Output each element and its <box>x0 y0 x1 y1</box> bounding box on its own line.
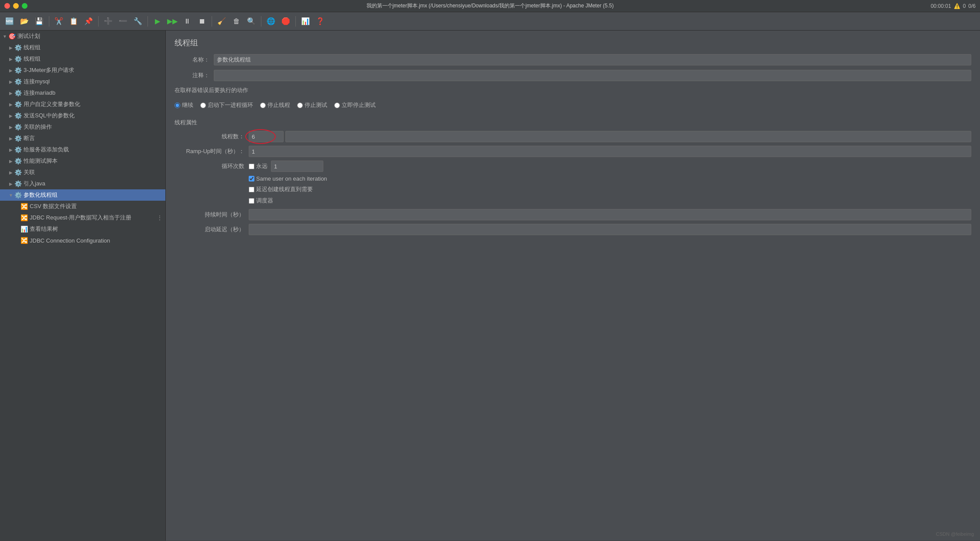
arrow-uv: ▶ <box>8 102 14 107</box>
function-helper-button[interactable]: 📊 <box>298 14 312 28</box>
minimize-button[interactable] <box>13 3 19 9</box>
sidebar-item-thread-group-1[interactable]: ▶ ⚙️ 线程组 <box>0 42 165 53</box>
radio-stop-test-input[interactable] <box>297 103 303 108</box>
search-button[interactable]: 🔍 <box>244 14 258 28</box>
al-label: 给服务器添加负载 <box>24 146 69 154</box>
collapse-button[interactable]: ➖ <box>116 14 130 28</box>
panel-title: 线程组 <box>175 38 971 48</box>
sidebar-item-perf-script[interactable]: ▶ ⚙️ 性能测试脚本 <box>0 155 165 167</box>
sidebar-item-user-vars[interactable]: ▶ ⚙️ 用户自定义变量参数化 <box>0 99 165 110</box>
forever-checkbox-label[interactable]: 永远 <box>249 162 267 170</box>
separator-6 <box>295 16 296 27</box>
delay-create-checkbox[interactable] <box>249 187 254 192</box>
thread-count-input[interactable] <box>249 131 284 142</box>
expand-button[interactable]: ➕ <box>101 14 115 28</box>
ramp-up-input[interactable] <box>249 146 971 157</box>
sidebar-item-csv-setup[interactable]: 🔀 CSV 数据文件设置 <box>0 201 165 212</box>
thread-count-extra-input[interactable] <box>285 131 971 142</box>
sidebar-item-import-java[interactable]: ▶ ⚙️ 引入java <box>0 178 165 189</box>
clear-button[interactable]: 🧹 <box>215 14 229 28</box>
toggle-button[interactable]: 🔧 <box>131 14 145 28</box>
sidebar-item-connect-mysql[interactable]: ▶ ⚙️ 连接mysql <box>0 76 165 87</box>
sidebar-item-view-results[interactable]: 📊 查看结果树 <box>0 223 165 235</box>
separator-4 <box>212 16 212 27</box>
tg2-icon: ⚙️ <box>14 55 22 62</box>
sidebar-item-test-plan[interactable]: ▼ 🎯 测试计划 <box>0 31 165 42</box>
same-user-checkbox[interactable] <box>249 176 254 181</box>
help-button[interactable]: ❓ <box>313 14 327 28</box>
save-button[interactable]: 💾 <box>32 14 46 28</box>
radio-stop-now-input[interactable] <box>334 103 340 108</box>
new-button[interactable]: 🆕 <box>3 14 17 28</box>
duration-row: 持续时间（秒） <box>175 209 971 220</box>
radio-stop-now-label: 立即停止测试 <box>342 101 376 109</box>
radio-start-next[interactable]: 启动下一进程循环 <box>200 101 253 109</box>
sidebar-item-multi-user[interactable]: ▶ ⚙️ 3-JMeter多用户请求 <box>0 65 165 76</box>
arrow-ss: ▶ <box>8 113 14 118</box>
test-plan-icon: 🎯 <box>8 33 16 40</box>
sidebar: ▼ 🎯 测试计划 ▶ ⚙️ 线程组 ▶ ⚙️ 线程组 ▶ ⚙️ 3-JMeter… <box>0 31 166 541</box>
loop-count-input[interactable] <box>271 161 323 172</box>
arrow-ij: ▶ <box>8 181 14 186</box>
name-input[interactable] <box>214 54 971 65</box>
start-no-pause-button[interactable]: ▶▶ <box>165 14 179 28</box>
close-button[interactable] <box>4 3 10 9</box>
thread-count-field-wrapper <box>249 131 284 142</box>
sidebar-item-assert[interactable]: ▶ ⚙️ 断言 <box>0 133 165 144</box>
shutdown-button[interactable]: ⏹ <box>195 14 209 28</box>
thread-count-row: 线程数： <box>175 131 971 142</box>
comment-input[interactable] <box>214 70 971 81</box>
clear-all-button[interactable]: 🗑 <box>230 14 243 28</box>
separator-3 <box>147 16 148 27</box>
scheduler-checkbox-label[interactable]: 调度器 <box>249 197 273 205</box>
open-button[interactable]: 📂 <box>17 14 31 28</box>
forever-checkbox[interactable] <box>249 164 254 169</box>
radio-continue-input[interactable] <box>175 103 180 108</box>
error-action-label: 在取样器错误后要执行的动作 <box>175 86 971 94</box>
sidebar-item-thread-group-2[interactable]: ▶ ⚙️ 线程组 <box>0 53 165 65</box>
uv-label: 用户自定义变量参数化 <box>24 100 80 108</box>
ij-icon: ⚙️ <box>14 180 22 187</box>
toolbar: 🆕 📂 💾 ✂️ 📋 📌 ➕ ➖ 🔧 ▶ ▶▶ ⏸ ⏹ 🧹 🗑 🔍 🌐 🛑 📊 … <box>0 12 980 31</box>
radio-continue[interactable]: 继续 <box>175 101 193 109</box>
sidebar-item-jdbc-config[interactable]: 🔀 JDBC Connection Configuration <box>0 235 165 246</box>
sidebar-item-connect-mariadb[interactable]: ▶ ⚙️ 连接mariadb <box>0 87 165 99</box>
same-user-checkbox-label[interactable]: Same user on each iteration <box>249 175 327 182</box>
sidebar-item-related[interactable]: ▶ ⚙️ 关联 <box>0 167 165 178</box>
cut-button[interactable]: ✂️ <box>52 14 66 28</box>
radio-stop-thread-input[interactable] <box>260 103 266 108</box>
arrow-pg: ▼ <box>8 193 14 198</box>
scheduler-checkbox[interactable] <box>249 198 254 204</box>
sidebar-item-jdbc-request[interactable]: 🔀 JDBC Request-用户数据写入相当于注册 ⋮ <box>0 212 165 223</box>
copy-button[interactable]: 📋 <box>67 14 81 28</box>
rl-icon: ⚙️ <box>14 169 22 176</box>
start-delay-input[interactable] <box>249 224 971 235</box>
paste-button[interactable]: 📌 <box>82 14 96 28</box>
mu-icon: ⚙️ <box>14 67 22 74</box>
traffic-lights <box>4 3 27 9</box>
sidebar-item-param-group[interactable]: ▼ ⚙️ 参数化线程组 <box>0 189 165 201</box>
start-button[interactable]: ▶ <box>151 14 164 28</box>
delay-create-checkbox-label[interactable]: 延迟创建线程直到需要 <box>249 185 313 193</box>
radio-start-next-input[interactable] <box>200 103 206 108</box>
sidebar-item-send-sql[interactable]: ▶ ⚙️ 发送SQL中的参数化 <box>0 110 165 121</box>
ss-label: 发送SQL中的参数化 <box>24 112 75 120</box>
error-action-radios: 继续 启动下一进程循环 停止线程 停止测试 立即停止测试 <box>175 98 971 113</box>
sidebar-item-add-load[interactable]: ▶ ⚙️ 给服务器添加负载 <box>0 144 165 155</box>
duration-input[interactable] <box>249 209 971 220</box>
name-row: 名称： <box>175 54 971 65</box>
separator-2 <box>98 16 99 27</box>
stop-button[interactable]: ⏸ <box>180 14 194 28</box>
ps-icon: ⚙️ <box>14 158 22 164</box>
context-menu-icon[interactable]: ⋮ <box>157 214 163 221</box>
cdb-icon: ⚙️ <box>14 89 22 96</box>
radio-stop-now[interactable]: 立即停止测试 <box>334 101 376 109</box>
radio-stop-thread[interactable]: 停止线程 <box>260 101 290 109</box>
ps-label: 性能测试脚本 <box>24 157 58 165</box>
radio-stop-test[interactable]: 停止测试 <box>297 101 327 109</box>
uv-icon: ⚙️ <box>14 101 22 108</box>
remote-start-button[interactable]: 🌐 <box>264 14 278 28</box>
maximize-button[interactable] <box>22 3 27 9</box>
remote-stop-button[interactable]: 🛑 <box>279 14 293 28</box>
sidebar-item-related-ops[interactable]: ▶ ⚙️ 关联的操作 <box>0 121 165 133</box>
